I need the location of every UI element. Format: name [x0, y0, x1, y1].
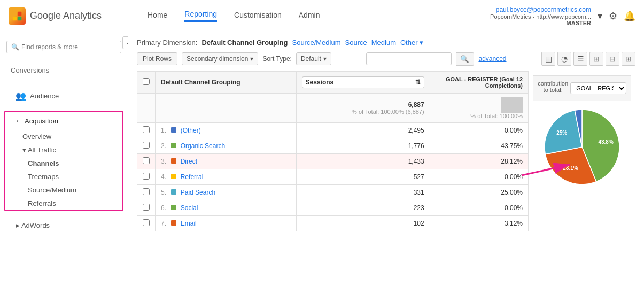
row-channel-link[interactable]: Referral [181, 173, 204, 181]
table-search-input[interactable] [366, 52, 452, 65]
row-checkbox[interactable] [143, 188, 150, 195]
notifications-icon[interactable]: 🔔 [624, 10, 635, 22]
row-checkbox-cell [137, 185, 156, 200]
sidebar-item-overview[interactable]: Overview [5, 130, 122, 143]
pie-svg: 43.8%28.1%25% [539, 104, 625, 190]
sort-type-select[interactable]: Default ▾ [296, 52, 331, 65]
row-channel: 3. Direct [156, 154, 297, 169]
view-pie-icon[interactable]: ◔ [557, 52, 571, 66]
row-checkbox[interactable] [143, 157, 150, 164]
row-sessions: 223 [296, 200, 430, 216]
row-channel-link[interactable]: Paid Search [181, 189, 215, 196]
row-checkbox[interactable] [143, 173, 150, 180]
view-list-icon[interactable]: ☰ [573, 52, 587, 66]
sessions-select[interactable]: Sessions ⇅ [302, 76, 424, 88]
col-header-channel[interactable]: Default Channel Grouping [156, 72, 297, 94]
totals-sessions-value: 6,887 [408, 101, 424, 109]
row-channel-link[interactable]: (Other) [181, 127, 201, 134]
dim-source-medium[interactable]: Source/Medium [292, 38, 340, 47]
settings-icon[interactable]: ⚙ [609, 10, 617, 22]
nav-home[interactable]: Home [148, 11, 167, 21]
row-sessions: 2,495 [296, 123, 430, 138]
toolbar: Plot Rows Secondary dimension ▾ Sort Typ… [137, 52, 635, 66]
col-header-goal: GOAL - REGISTER (Goal 12 Completions) [430, 72, 528, 94]
logo-area: Google Analytics [9, 7, 137, 25]
sidebar-item-acquisition[interactable]: → Acquisition [5, 112, 122, 130]
nav-admin[interactable]: Admin [299, 11, 320, 21]
user-master: MASTER [490, 20, 591, 26]
search-box[interactable]: 🔍 [6, 41, 121, 53]
totals-label [156, 94, 297, 123]
row-color-swatch [171, 174, 176, 179]
row-channel: 4. Referral [156, 169, 297, 185]
advanced-link[interactable]: advanced [478, 55, 506, 63]
dim-source[interactable]: Source [345, 38, 367, 47]
table-row: 2. Organic Search 1,776 43.75% [137, 138, 529, 154]
account-switcher-icon[interactable]: ▾ [598, 10, 602, 22]
view-icons: ▦ ◔ ☰ ⊞ ⊟ ⊞ [541, 52, 635, 66]
pie-label: 28.1% [563, 165, 578, 171]
secondary-dim-label: Secondary dimension [187, 55, 248, 63]
primary-dim-label: Primary Dimension: [137, 38, 197, 47]
pie-chart: 43.8%28.1%25% [539, 104, 625, 190]
nav-reporting[interactable]: Reporting [184, 10, 217, 22]
table-search-button[interactable]: 🔍 [456, 52, 474, 66]
row-checkbox[interactable] [143, 142, 150, 149]
row-checkbox[interactable] [143, 219, 150, 226]
primary-dim-active: Default Channel Grouping [201, 38, 288, 47]
sidebar-item-adwords[interactable]: ▸ AdWords [0, 218, 128, 233]
row-checkbox[interactable] [143, 204, 150, 211]
secondary-dimension-select[interactable]: Secondary dimension ▾ [182, 52, 258, 65]
totals-goal: % of Total: 100.00% [430, 94, 528, 123]
sidebar-item-all-traffic[interactable]: ▾ All Traffic [5, 143, 122, 157]
table-row: 5. Paid Search 331 25.00% [137, 185, 529, 200]
dim-medium[interactable]: Medium [371, 38, 396, 47]
user-email: paul.boyce@popcornmetrics.com [490, 6, 591, 13]
sidebar-collapse-button[interactable]: ◂ [122, 36, 128, 49]
contribution-select[interactable]: GOAL - REGISTER (Goal 12 Completions) [570, 82, 626, 94]
col-header-sessions[interactable]: Sessions ⇅ [296, 72, 430, 94]
row-channel-link[interactable]: Email [181, 220, 197, 227]
view-compare-icon[interactable]: ⊟ [606, 52, 619, 66]
user-account: PopcornMetrics - http://www.popcorn... [490, 13, 591, 20]
audience-label: Audience [30, 92, 59, 100]
row-color-swatch [171, 205, 176, 210]
row-channel: 5. Paid Search [156, 185, 297, 200]
dim-other-button[interactable]: Other ▾ [400, 38, 423, 47]
sidebar-section-adwords: ▸ AdWords [0, 213, 128, 237]
row-num: 6. [161, 204, 166, 212]
row-channel-link[interactable]: Social [181, 204, 198, 212]
view-table-icon[interactable]: ▦ [541, 52, 555, 66]
svg-rect-3 [18, 16, 22, 20]
totals-row: 6,887 % of Total: 100.00% (6,887) % of T… [137, 94, 529, 123]
row-sessions: 1,433 [296, 154, 430, 169]
primary-dimension-bar: Primary Dimension: Default Channel Group… [137, 38, 635, 47]
sidebar-item-conversions[interactable]: Conversions [0, 62, 128, 79]
table-row: 4. Referral 527 0.00% [137, 169, 529, 185]
secondary-dim-arrow: ▾ [250, 55, 253, 63]
row-checkbox[interactable] [143, 126, 150, 133]
pie-chart-area: contribution to total: GOAL - REGISTER (… [529, 71, 635, 231]
sessions-sort-icon: ⇅ [415, 79, 421, 86]
sidebar-item-channels[interactable]: Channels [5, 157, 122, 170]
sidebar-item-treemaps[interactable]: Treemaps [5, 170, 122, 183]
row-channel-link[interactable]: Direct [181, 158, 197, 165]
svg-rect-1 [18, 11, 22, 16]
sidebar-section-conversions: Conversions [0, 58, 128, 83]
plot-rows-button[interactable]: Plot Rows [137, 52, 177, 65]
nav-right-area: paul.boyce@popcornmetrics.com PopcornMet… [490, 6, 635, 26]
search-input[interactable] [21, 43, 117, 51]
sidebar-item-audience[interactable]: 👥 Audience [0, 87, 128, 104]
nav-customisation[interactable]: Customisation [234, 11, 282, 21]
view-scatter-icon[interactable]: ⊞ [589, 52, 603, 66]
row-channel-link[interactable]: Organic Search [181, 142, 225, 150]
sidebar-item-referrals[interactable]: Referrals [5, 197, 122, 210]
acquisition-icon: → [12, 116, 20, 126]
sidebar-item-source-medium[interactable]: Source/Medium [5, 183, 122, 197]
view-pivot-icon[interactable]: ⊞ [622, 52, 635, 66]
row-channel: 2. Organic Search [156, 138, 297, 154]
row-goal-pct: 0.00% [430, 123, 528, 138]
sort-default-label: Default [301, 55, 321, 63]
row-color-swatch [171, 127, 176, 133]
select-all-checkbox[interactable] [143, 78, 150, 85]
